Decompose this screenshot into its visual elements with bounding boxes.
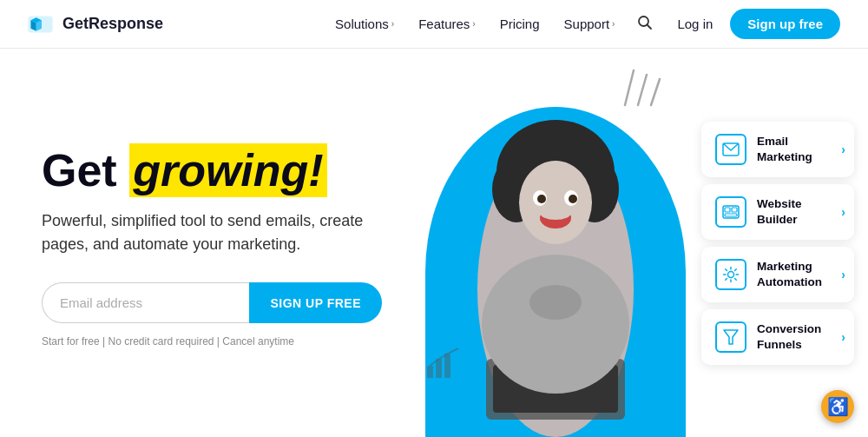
svg-line-3: [625, 70, 634, 105]
gear-icon: [722, 266, 740, 283]
feature-card-conversion-funnels[interactable]: ConversionFunnels ›: [701, 309, 854, 365]
svg-line-4: [638, 75, 647, 105]
search-icon: [637, 15, 653, 30]
login-button[interactable]: Log in: [667, 11, 723, 36]
deco-lines-icon: [616, 66, 668, 109]
accessibility-icon: ♿: [827, 396, 849, 417]
chevron-right-icon: ›: [841, 330, 845, 344]
nav-links: Solutions › Features › Pricing Support ›…: [326, 9, 840, 39]
accessibility-button[interactable]: ♿: [821, 390, 854, 423]
chart-deco-icon: [425, 347, 460, 385]
chevron-down-icon: ›: [472, 19, 475, 29]
conversion-funnels-label: ConversionFunnels: [757, 321, 821, 352]
hero-person-image: [443, 107, 668, 437]
feature-card-marketing-automation[interactable]: MarketingAutomation ›: [701, 247, 854, 302]
hero-cta-button[interactable]: SIGN UP FREE: [249, 282, 382, 323]
decorative-lines: [616, 66, 668, 113]
nav-item-solutions[interactable]: Solutions ›: [326, 11, 403, 36]
svg-point-13: [540, 206, 571, 220]
website-builder-icon: [715, 196, 746, 228]
hero-headline-highlight: growing!: [129, 143, 327, 197]
hero-subheadline: Powerful, simplified tool to send emails…: [42, 209, 380, 256]
funnel-icon: [723, 328, 739, 346]
feature-card-website-builder[interactable]: WebsiteBuilder ›: [701, 184, 854, 240]
hero-signup-form: SIGN UP FREE: [42, 282, 382, 323]
svg-point-17: [569, 195, 577, 203]
nav-item-pricing[interactable]: Pricing: [491, 11, 549, 36]
svg-point-11: [519, 161, 592, 244]
chevron-right-icon: ›: [841, 142, 845, 156]
logo-text: GetResponse: [62, 15, 163, 33]
person-svg: [451, 116, 660, 437]
marketing-automation-label: MarketingAutomation: [757, 259, 822, 289]
svg-rect-28: [732, 208, 737, 212]
nav-item-support[interactable]: Support ›: [556, 11, 624, 36]
chevron-right-icon: ›: [841, 268, 845, 281]
chevron-down-icon: ›: [612, 19, 615, 29]
nav-item-features[interactable]: Features ›: [410, 11, 484, 36]
builder-icon: [722, 205, 740, 219]
signup-button[interactable]: Sign up free: [730, 9, 840, 39]
feature-card-email-marketing[interactable]: EmailMarketing ›: [701, 122, 854, 177]
svg-line-5: [651, 79, 660, 105]
hero-right-features: EmailMarketing › WebsiteBuilder ›: [694, 49, 868, 437]
svg-point-16: [537, 195, 546, 203]
svg-rect-27: [725, 208, 730, 212]
hero-center-image: [417, 49, 694, 437]
email-marketing-label: EmailMarketing: [757, 134, 812, 164]
svg-line-2: [648, 24, 652, 29]
svg-rect-22: [427, 366, 433, 378]
email-marketing-icon: [715, 134, 746, 165]
chevron-down-icon: ›: [391, 19, 394, 29]
hero-headline: Get growing!: [42, 147, 382, 195]
svg-point-21: [529, 285, 582, 320]
chart-icon: [425, 347, 460, 381]
hero-fine-print: Start for free | No credit card required…: [42, 335, 382, 348]
logo[interactable]: GetResponse: [28, 15, 163, 34]
hero-section: Get growing! Powerful, simplified tool t…: [0, 49, 868, 437]
chevron-right-icon: ›: [841, 205, 845, 219]
conversion-funnels-icon: [715, 321, 746, 353]
logo-icon: [28, 15, 56, 34]
website-builder-label: WebsiteBuilder: [757, 196, 802, 227]
svg-point-20: [482, 255, 629, 394]
search-button[interactable]: [630, 10, 660, 39]
svg-point-30: [728, 271, 734, 277]
marketing-automation-icon: [715, 259, 746, 290]
email-icon: [722, 142, 740, 156]
svg-rect-29: [725, 214, 737, 216]
navigation: GetResponse Solutions › Features › Prici…: [0, 0, 868, 49]
svg-rect-24: [444, 354, 450, 378]
hero-left: Get growing! Powerful, simplified tool t…: [0, 49, 417, 437]
email-input[interactable]: [42, 282, 249, 323]
